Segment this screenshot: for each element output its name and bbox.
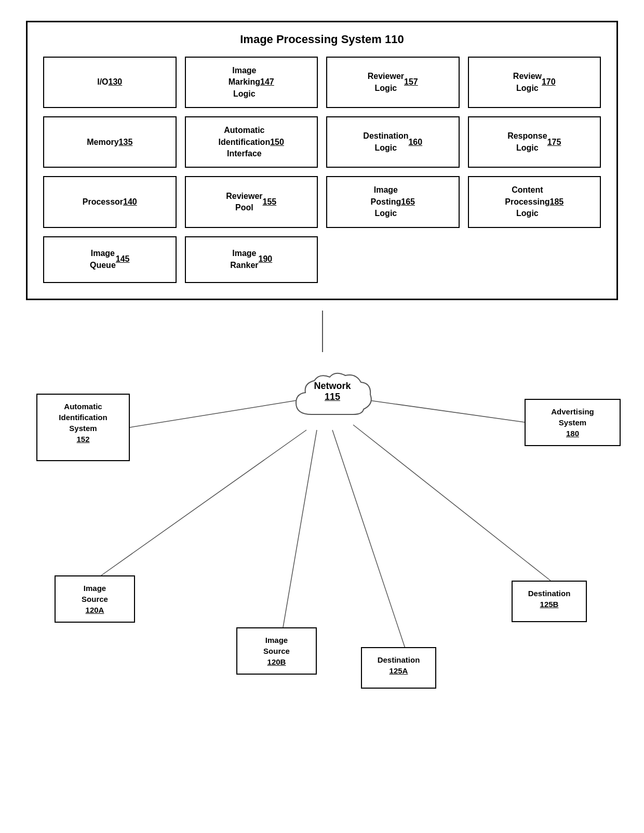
svg-line-3 <box>283 430 317 627</box>
net-box-image-source-b: ImageSource120B <box>236 627 317 675</box>
net-box-ais: AutomaticIdentificationSystem152 <box>36 394 130 461</box>
network-cloud <box>286 368 379 430</box>
net-box-advertising: AdvertisingSystem180 <box>525 399 621 446</box>
ips-to-network-connector <box>10 311 634 352</box>
cell-memory: Memory135 <box>43 116 177 168</box>
ips-outer-box: Image Processing System 110 I/O130 Image… <box>26 21 618 300</box>
ips-grid: I/O130 ImageMarkingLogic 147 ReviewerLog… <box>43 57 601 283</box>
svg-line-1 <box>358 399 525 422</box>
cell-response-logic: ResponseLogic175 <box>468 116 601 168</box>
svg-line-4 <box>332 430 405 648</box>
cell-image-queue: ImageQueue145 <box>43 236 177 283</box>
cell-destination-logic: DestinationLogic160 <box>326 116 460 168</box>
net-box-destination-a: Destination125A <box>361 647 436 689</box>
ips-title: Image Processing System 110 <box>43 33 601 46</box>
svg-line-2 <box>101 430 306 575</box>
net-box-destination-b: Destination125B <box>512 581 587 622</box>
cell-auto-id-interface: AutomaticIdentificationInterface 150 <box>185 116 318 168</box>
cell-io: I/O130 <box>43 57 177 108</box>
ips-title-num: 110 <box>385 33 404 46</box>
net-box-image-source-a: ImageSource120A <box>55 575 135 623</box>
network-section: Network115 AutomaticIdentificationSystem… <box>26 352 639 726</box>
cell-reviewer-logic: ReviewerLogic157 <box>326 57 460 108</box>
cell-processor: Processor140 <box>43 176 177 227</box>
cell-content-processing-logic: ContentProcessingLogic 185 <box>468 176 601 227</box>
cell-image-ranker: ImageRanker190 <box>185 236 318 283</box>
cell-image-marking-logic: ImageMarkingLogic 147 <box>185 57 318 108</box>
cell-image-posting-logic: ImagePostingLogic 165 <box>326 176 460 227</box>
svg-line-0 <box>130 399 306 427</box>
diagram-container: Image Processing System 110 I/O130 Image… <box>10 0 634 736</box>
vertical-connector-line <box>322 311 323 352</box>
cell-reviewer-pool: ReviewerPool155 <box>185 176 318 227</box>
svg-line-5 <box>353 425 551 581</box>
cell-review-logic: ReviewLogic170 <box>468 57 601 108</box>
